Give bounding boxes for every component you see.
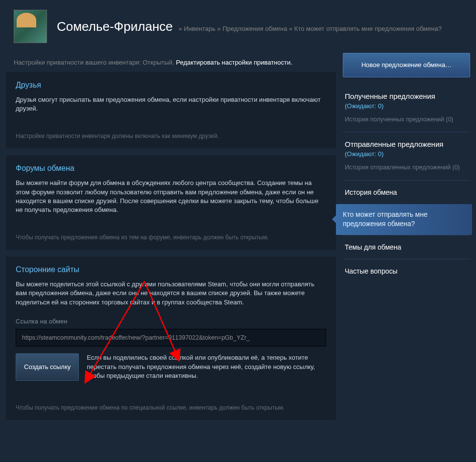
sidebar-link-topics[interactable]: Темы для обмена [343, 235, 470, 259]
privacy-notice: Настройки приватности вашего инвентаря: … [6, 53, 336, 72]
sent-pending[interactable]: (Ожидают: 0) [345, 150, 468, 158]
card-thirdparty-body: Вы можете поделиться этой ссылкой с друг… [16, 280, 326, 307]
incoming-history[interactable]: История полученных предложений (0) [345, 116, 468, 124]
incoming-pending[interactable]: (Ожидают: 0) [345, 102, 468, 110]
profile-header: Сомелье-Фрилансе » Инвентарь » Предложен… [0, 0, 476, 53]
username[interactable]: Сомелье-Фрилансе [57, 19, 173, 34]
card-friends: Друзья Друзья смогут присылать вам предл… [6, 72, 336, 148]
sent-title[interactable]: Отправленные предложения [345, 140, 468, 148]
privacy-text: Настройки приватности вашего инвентаря: … [14, 59, 174, 66]
sidebar-link-who-active[interactable]: Кто может отправлять мне предложения обм… [336, 204, 472, 235]
card-forums-title: Форумы обмена [16, 164, 326, 173]
card-friends-hint: Настройки приватности инвентаря должны в… [16, 124, 326, 139]
card-thirdparty-hint: Чтобы получать предложения обмена по спе… [16, 395, 326, 411]
edit-privacy-link[interactable]: Редактировать настройки приватности. [176, 59, 292, 66]
card-forums-body: Вы можете найти форум для обмена в обсуж… [16, 179, 326, 214]
crumb-trade-offers[interactable]: Предложения обмена [222, 25, 287, 32]
card-friends-title: Друзья [16, 81, 326, 90]
avatar[interactable] [14, 10, 47, 43]
trade-url-input[interactable] [16, 329, 326, 346]
card-friends-body: Друзья смогут присылать вам предложения … [16, 95, 326, 113]
sidebar-link-faq[interactable]: Частые вопросы [343, 259, 470, 283]
create-link-note: Если вы поделились своей ссылкой или опу… [87, 353, 326, 381]
card-thirdparty-title: Сторонние сайты [16, 265, 326, 274]
incoming-offers-block: Полученные предложения (Ожидают: 0) Исто… [343, 82, 470, 132]
sent-history[interactable]: История отправленных предложений (0) [345, 163, 468, 172]
breadcrumb: » Инвентарь » Предложения обмена » Кто м… [178, 25, 442, 32]
create-link-button[interactable]: Создать ссылку [16, 353, 79, 381]
trade-url-label: Ссылка на обмен [16, 318, 326, 325]
card-thirdparty: Сторонние сайты Вы можете поделиться это… [6, 256, 336, 420]
card-forums-hint: Чтобы получать предложения обмена из тем… [16, 225, 326, 241]
card-forums: Форумы обмена Вы можете найти форум для … [6, 155, 336, 250]
sent-offers-block: Отправленные предложения (Ожидают: 0) Ис… [343, 132, 470, 180]
crumb-current[interactable]: Кто может отправлять мне предложения обм… [294, 25, 442, 32]
incoming-title[interactable]: Полученные предложения [345, 92, 468, 100]
crumb-inventory[interactable]: Инвентарь [184, 25, 215, 32]
sidebar-link-history[interactable]: История обмена [343, 180, 470, 204]
new-trade-offer-button[interactable]: Новое предложение обмена… [343, 53, 470, 77]
